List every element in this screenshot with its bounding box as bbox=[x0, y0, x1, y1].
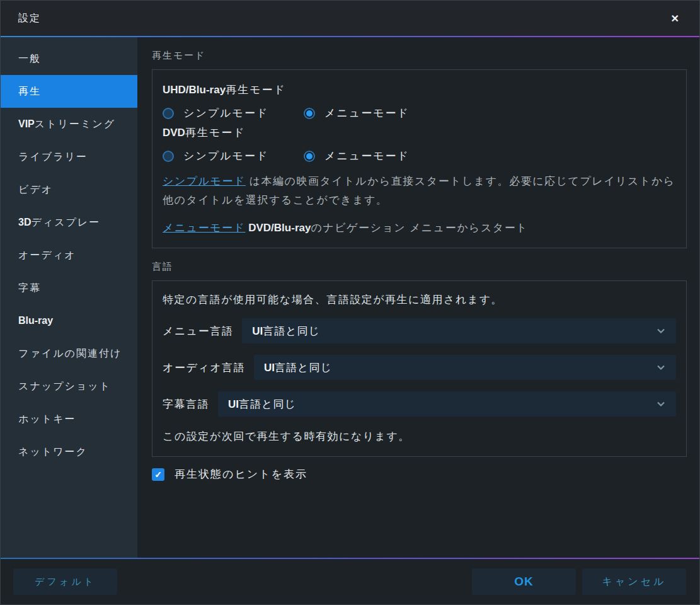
chevron-down-icon[interactable] bbox=[656, 326, 666, 336]
sidebar-item-label: ネットワーク bbox=[18, 446, 88, 459]
select-value-ja: 言語と同じ bbox=[275, 362, 332, 374]
sidebar-item-label: 3D bbox=[18, 217, 31, 228]
playback-mode-group: UHD/Blu-ray再生モード シンプルモード メニューモード DVD再生モー… bbox=[152, 69, 687, 248]
sidebar-item-label: ディスプレー bbox=[31, 216, 100, 229]
language-heading: 言語 bbox=[152, 261, 687, 273]
dvd-mode-label: DVD再生モード bbox=[163, 125, 676, 140]
sidebar-item-label: スナップショット bbox=[18, 380, 111, 393]
subtitle-language-row: 字幕言語 UI言語と同じ bbox=[163, 391, 676, 417]
radio-unselected-icon[interactable] bbox=[163, 151, 174, 162]
sidebar-item-label: 再生 bbox=[18, 85, 41, 98]
sidebar-item-bluray[interactable]: Blu-ray bbox=[1, 304, 137, 337]
select-value-ja: 言語と同じ bbox=[239, 398, 296, 410]
select-value-en: UI bbox=[252, 325, 263, 337]
sidebar-item-label: 字幕 bbox=[18, 282, 41, 295]
dvd-radio-row: シンプルモード メニューモード bbox=[163, 149, 676, 163]
select-value-ja: 言語と同じ bbox=[263, 325, 320, 337]
simple-mode-description: シンプルモード は本編の映画タイトルから直接スタートします。必要に応じてプレイリ… bbox=[163, 172, 676, 210]
sidebar-item-label: ホットキー bbox=[18, 413, 76, 426]
select-value-en: UI bbox=[228, 398, 239, 410]
uhd-simple-mode-radio[interactable]: シンプルモード bbox=[163, 106, 304, 120]
window-title: 設定 bbox=[18, 12, 41, 25]
playback-settings-panel: 再生モード UHD/Blu-ray再生モード シンプルモード メニューモード D… bbox=[137, 37, 699, 558]
sidebar-item-label: ビデオ bbox=[18, 183, 53, 197]
uhd-radio-row: シンプルモード メニューモード bbox=[163, 106, 676, 120]
sidebar-item-file-association[interactable]: ファイルの関連付け bbox=[1, 337, 137, 370]
select-value-en: UI bbox=[264, 362, 275, 374]
select-value: UI言語と同じ bbox=[228, 397, 656, 412]
sidebar-item-label: 一般 bbox=[18, 52, 41, 66]
sidebar-item-label: Blu-ray bbox=[18, 315, 53, 326]
menu-mode-link[interactable]: メニューモード bbox=[163, 222, 246, 234]
dvd-mode-label-ja: 再生モード bbox=[185, 127, 246, 139]
select-value: UI言語と同じ bbox=[252, 324, 656, 338]
menu-mode-description: メニューモード DVD/Blu-rayのナビゲーション メニューからスタート bbox=[163, 219, 676, 238]
radio-label: メニューモード bbox=[324, 106, 410, 120]
menu-mode-description-bold: DVD/Blu-ray bbox=[246, 222, 311, 234]
uhd-bluray-mode-label-ja: 再生モード bbox=[226, 84, 286, 96]
menu-language-label: メニュー言語 bbox=[163, 324, 233, 338]
footer-bar: デフォルト OK キャンセル bbox=[1, 559, 699, 604]
sidebar-item-label: ファイルの関連付け bbox=[18, 347, 122, 360]
sidebar-item-label: オーディオ bbox=[18, 249, 76, 262]
sidebar-item-library[interactable]: ライブラリー bbox=[1, 141, 137, 173]
sidebar-item-label: VIP bbox=[18, 118, 35, 130]
dvd-mode-label-en: DVD bbox=[163, 127, 185, 139]
playback-hint-checkbox-row[interactable]: ✓ 再生状態のヒントを表示 bbox=[152, 467, 687, 481]
uhd-menu-mode-radio[interactable]: メニューモード bbox=[304, 106, 410, 120]
sidebar-item-3d-display[interactable]: 3Dディスプレー bbox=[1, 206, 137, 239]
titlebar: 設定 ✕ bbox=[1, 1, 699, 36]
radio-label: メニューモード bbox=[324, 149, 410, 163]
sidebar-item-video[interactable]: ビデオ bbox=[1, 173, 137, 206]
chevron-down-icon[interactable] bbox=[656, 362, 666, 372]
select-value: UI言語と同じ bbox=[264, 360, 656, 375]
sidebar-item-subtitle[interactable]: 字幕 bbox=[1, 272, 137, 304]
menu-language-select[interactable]: UI言語と同じ bbox=[242, 318, 676, 343]
checkbox-checked-icon[interactable]: ✓ bbox=[152, 468, 164, 481]
radio-label: シンプルモード bbox=[183, 149, 268, 163]
language-note-bottom: この設定が次回で再生する時有効になります。 bbox=[163, 429, 676, 444]
settings-sidebar: 一般 再生 VIP ストリーミング ライブラリー ビデオ 3Dディスプレー オー… bbox=[1, 37, 137, 558]
radio-unselected-icon[interactable] bbox=[163, 108, 174, 119]
menu-language-row: メニュー言語 UI言語と同じ bbox=[163, 318, 676, 343]
playback-hint-label: 再生状態のヒントを表示 bbox=[175, 467, 307, 481]
language-group: 特定の言語が使用可能な場合、言語設定が再生に適用されます。 メニュー言語 UI言… bbox=[152, 280, 687, 457]
sidebar-item-vip-streaming[interactable]: VIP ストリーミング bbox=[1, 108, 137, 141]
language-note-top: 特定の言語が使用可能な場合、言語設定が再生に適用されます。 bbox=[163, 292, 676, 307]
cancel-button[interactable]: キャンセル bbox=[582, 568, 686, 595]
chevron-down-icon[interactable] bbox=[656, 399, 666, 409]
sidebar-item-general[interactable]: 一般 bbox=[1, 42, 137, 75]
radio-label: シンプルモード bbox=[183, 106, 268, 120]
sidebar-item-label: ライブラリー bbox=[18, 151, 88, 164]
close-icon[interactable]: ✕ bbox=[666, 10, 684, 27]
radio-selected-icon[interactable] bbox=[304, 151, 315, 162]
audio-language-select[interactable]: UI言語と同じ bbox=[254, 355, 676, 380]
sidebar-item-label: ストリーミング bbox=[35, 118, 115, 131]
menu-mode-description-text: のナビゲーション メニューからスタート bbox=[311, 222, 528, 234]
uhd-bluray-mode-label-en: UHD/Blu-ray bbox=[163, 84, 226, 96]
playback-mode-heading: 再生モード bbox=[152, 50, 687, 62]
ok-button[interactable]: OK bbox=[472, 568, 576, 595]
sidebar-item-network[interactable]: ネットワーク bbox=[1, 435, 137, 468]
sidebar-item-audio[interactable]: オーディオ bbox=[1, 239, 137, 272]
radio-selected-icon[interactable] bbox=[304, 108, 315, 119]
sidebar-item-snapshot[interactable]: スナップショット bbox=[1, 370, 137, 403]
audio-language-label: オーディオ言語 bbox=[163, 360, 245, 375]
subtitle-language-label: 字幕言語 bbox=[163, 397, 209, 412]
simple-mode-link[interactable]: シンプルモード bbox=[163, 175, 246, 187]
subtitle-language-select[interactable]: UI言語と同じ bbox=[218, 391, 676, 417]
sidebar-item-playback[interactable]: 再生 bbox=[1, 75, 137, 108]
default-button[interactable]: デフォルト bbox=[13, 568, 117, 595]
dvd-simple-mode-radio[interactable]: シンプルモード bbox=[163, 149, 304, 163]
sidebar-item-hotkey[interactable]: ホットキー bbox=[1, 403, 137, 435]
dvd-menu-mode-radio[interactable]: メニューモード bbox=[304, 149, 410, 163]
uhd-bluray-mode-label: UHD/Blu-ray再生モード bbox=[163, 83, 676, 97]
audio-language-row: オーディオ言語 UI言語と同じ bbox=[163, 355, 676, 380]
